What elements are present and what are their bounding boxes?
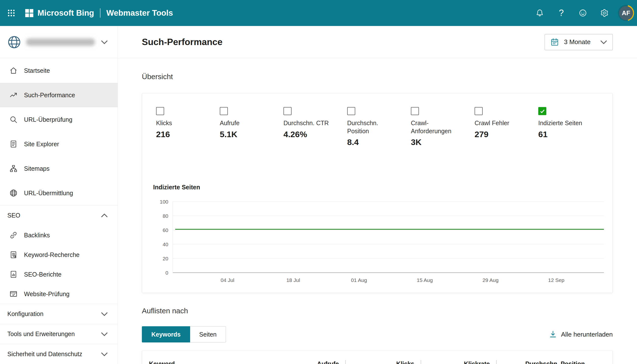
settings-button[interactable] [596,5,612,21]
search-icon [9,115,18,124]
brand-divider [100,8,100,18]
sidebar-item-url-uebermittlung[interactable]: URL-Übermittlung [0,181,118,205]
download-all-button[interactable]: Alle herunterladen [549,330,613,338]
sidebar-item-label: Site Explorer [24,140,59,148]
sidebar-item-sitemaps[interactable]: Sitemaps [0,156,118,181]
chevron-down-icon [101,40,108,44]
bell-icon [536,9,544,17]
top-bar: Microsoft Bing Webmaster Tools ? [0,0,637,26]
sidebar-item-label: Such-Performance [24,92,75,99]
site-globe-icon [7,35,22,50]
smiley-icon [579,9,587,17]
metric-checkbox-3[interactable] [347,107,355,115]
sidebar-item-label: Backlinks [24,232,50,239]
metric-checkbox-4[interactable] [411,107,419,115]
sidebar-section-sicherheit-und-datenschutz[interactable]: Sicherheit und Datenschutz [0,344,118,364]
help-button[interactable]: ? [553,5,570,21]
report-icon [9,270,18,278]
column-header-klicks[interactable]: Klicks [346,360,414,364]
metric-checkbox-2[interactable] [284,107,292,115]
chevron-down-icon [101,312,108,316]
feedback-button[interactable] [575,5,591,21]
metric-label: Crawl Fehler [474,119,528,127]
sidebar-item-backlinks[interactable]: Backlinks [0,225,118,245]
sitemap-icon [9,164,18,173]
sidebar-item-seo-berichte[interactable]: SEO-Berichte [0,264,118,284]
site-selector[interactable] [0,26,118,58]
globe-icon [9,189,18,197]
metric-value: 8.4 [347,138,411,147]
notifications-button[interactable] [532,5,548,21]
metric-crawl-anforderungen: Crawl-Anforderungen 3K [411,107,474,147]
sidebar-section-tools-und-erweiterungen[interactable]: Tools und Erweiterungen [0,324,118,344]
help-icon: ? [559,8,564,18]
sidebar-item-such-performance[interactable]: Such-Performance [0,83,118,107]
main-content: Such-Performance 3 Monate Übersicht [118,26,637,364]
column-header-klickrate[interactable]: Klickrate [421,360,490,364]
chevron-down-icon [600,40,607,44]
sidebar-section-konfiguration[interactable]: Konfiguration [0,304,118,324]
chevron-up-icon [101,214,108,218]
metric-label: Klicks [156,119,210,127]
column-header-aufrufe[interactable]: Aufrufe [278,360,339,364]
sidebar-item-keyword-recherche[interactable]: Keyword-Recherche [0,245,118,264]
page-title: Such-Performance [142,37,222,47]
chart-title: Indizierte Seiten [153,184,602,191]
metric-checkbox-5[interactable] [474,107,483,115]
metric-checkbox-0[interactable] [156,107,164,115]
sidebar-section-seo[interactable]: SEO [0,205,118,225]
sidebar-item-label: URL-Überprüfung [24,116,72,123]
sidebar-item-startseite[interactable]: Startseite [0,58,118,83]
svg-text:20: 20 [163,256,168,261]
site-name-redacted [26,38,95,46]
calendar-icon [550,38,559,46]
sidebar-item-label: URL-Übermittlung [24,190,73,197]
document-icon [9,140,18,148]
metric-checkbox-1[interactable] [220,107,228,115]
svg-text:18 Jul: 18 Jul [286,277,300,283]
toggle-option-keywords[interactable]: Keywords [142,326,190,342]
metric-label: Aufrufe [220,119,274,127]
column-header-keyword[interactable]: Keyword [149,360,278,364]
trend-icon [9,91,18,99]
svg-text:80: 80 [163,213,168,219]
sidebar-nav: Startseite Such-Performance URL-Überprüf… [0,58,118,364]
gear-icon [600,9,608,17]
metric-crawl-fehler: Crawl Fehler 279 [474,107,538,147]
metric-durchschn-position: Durchschn. Position 8.4 [347,107,411,147]
metric-value: 4.26% [284,130,347,139]
waffle-icon [7,9,16,17]
sidebar-item-label: Sitemaps [24,165,50,172]
metric-indizierte-seiten: Indizierte Seiten 61 [538,107,602,147]
section-label: Tools und Erweiterungen [7,330,75,338]
metric-checkbox-6[interactable] [538,107,546,115]
toggle-option-seiten[interactable]: Seiten [190,326,226,342]
app-launcher-waffle-icon[interactable] [5,5,18,21]
sidebar-item-website-pruefung[interactable]: Website-Prüfung [0,284,118,304]
browser-check-icon [9,290,18,298]
column-header-durchschn-position[interactable]: Durchschn. Position [496,360,585,364]
metric-aufrufe: Aufrufe 5.1K [220,107,284,147]
metric-value: 61 [538,130,602,139]
keyword-document-icon [9,250,18,259]
svg-text:0: 0 [166,270,168,276]
chart-block: Indizierte Seiten 10080604020004 Jul18 J… [153,184,602,289]
brand-name: Microsoft Bing [38,8,94,18]
sidebar-item-url-ueberpruefung[interactable]: URL-Überprüfung [0,107,118,132]
sidebar-item-label: Keyword-Recherche [24,251,80,258]
sidebar-item-label: SEO-Berichte [24,271,62,278]
section-label: SEO [7,212,20,219]
table-header-row: Keyword Aufrufe Klicks Klickrate Durchsc… [149,360,585,364]
metric-value: 5.1K [220,130,284,139]
svg-text:12 Sep: 12 Sep [548,277,564,283]
link-icon [9,231,18,239]
metric-durchschn-ctr: Durchschn. CTR 4.26% [284,107,347,147]
date-range-select[interactable]: 3 Monate [545,34,613,50]
user-avatar[interactable]: AF [618,5,634,21]
sidebar-item-site-explorer[interactable]: Site Explorer [0,132,118,156]
list-toolbar: Keywords Seiten Alle herunterladen [142,326,613,342]
metric-value: 279 [474,130,538,139]
metric-value: 216 [156,130,220,139]
microsoft-logo-icon [25,9,33,17]
microsoft-bing-logo[interactable]: Microsoft Bing [25,8,94,18]
